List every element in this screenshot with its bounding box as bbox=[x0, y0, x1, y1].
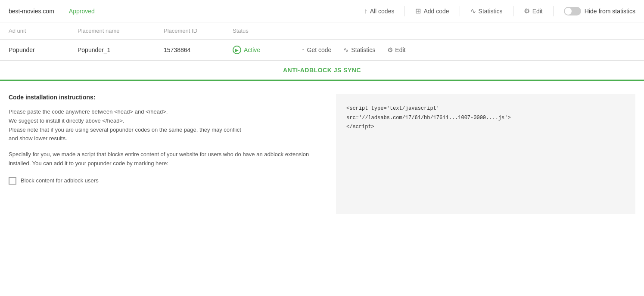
col-header-placement-name: Placement name bbox=[78, 28, 164, 34]
all-codes-button[interactable]: ↑ All codes bbox=[364, 7, 395, 15]
divider-2 bbox=[460, 6, 460, 16]
checkbox-row: Block content for adblock users bbox=[9, 177, 319, 185]
arrow-up-icon: ↑ bbox=[364, 7, 367, 15]
statistics-button[interactable]: ∿ Statistics bbox=[470, 7, 503, 15]
content-section: Code installation instructions: Please p… bbox=[0, 81, 644, 227]
edit-action[interactable]: ⚙ Edit bbox=[387, 46, 405, 54]
edit-gear-icon: ⚙ bbox=[387, 46, 393, 54]
site-name: best-movies.com bbox=[9, 8, 54, 15]
row-placement-id: 15738864 bbox=[164, 46, 233, 53]
anti-adblock-title: ANTI-ADBLOCK JS SYNC bbox=[283, 67, 361, 74]
get-code-action[interactable]: ↑ Get code bbox=[302, 46, 331, 54]
col-header-status: Status bbox=[233, 28, 302, 34]
block-adblock-checkbox[interactable] bbox=[9, 177, 16, 185]
divider-4 bbox=[553, 6, 554, 16]
table-header: Ad unit Placement name Placement ID Stat… bbox=[0, 22, 644, 40]
hide-from-statistics-label: Hide from statistics bbox=[585, 8, 635, 15]
gear-icon: ⚙ bbox=[524, 7, 530, 15]
statistics-icon: ∿ bbox=[343, 46, 349, 54]
approval-status: Approved bbox=[69, 8, 95, 15]
row-actions: ↑ Get code ∿ Statistics ⚙ Edit bbox=[302, 46, 635, 54]
instructions-panel: Code installation instructions: Please p… bbox=[9, 94, 319, 214]
top-bar: best-movies.com Approved ↑ All codes ⊞ A… bbox=[0, 0, 644, 22]
instructions-special: Specially for you, we made a script that… bbox=[9, 150, 319, 168]
col-header-ad-unit: Ad unit bbox=[9, 28, 78, 34]
divider-1 bbox=[404, 6, 405, 16]
table-row: Popunder Popunder_1 15738864 ▶ Active ↑ … bbox=[0, 40, 644, 61]
hide-from-statistics-toggle-container: Hide from statistics bbox=[564, 7, 635, 15]
toggle-slider[interactable] bbox=[564, 7, 581, 15]
edit-button[interactable]: ⚙ Edit bbox=[524, 7, 543, 15]
row-placement-name: Popunder_1 bbox=[78, 46, 164, 53]
code-panel: <script type='text/javascript' src='//la… bbox=[336, 94, 635, 214]
anti-adblock-bar: ANTI-ADBLOCK JS SYNC bbox=[0, 61, 644, 81]
statistics-action[interactable]: ∿ Statistics bbox=[343, 46, 375, 54]
get-code-icon: ↑ bbox=[302, 46, 305, 54]
chart-icon: ∿ bbox=[470, 7, 476, 15]
add-code-button[interactable]: ⊞ Add code bbox=[415, 7, 449, 15]
row-status: ▶ Active bbox=[233, 46, 302, 54]
code-block: <script type='text/javascript' src='//la… bbox=[346, 104, 625, 132]
block-adblock-label: Block content for adblock users bbox=[21, 177, 99, 184]
instructions-title: Code installation instructions: bbox=[9, 94, 319, 101]
plus-box-icon: ⊞ bbox=[415, 7, 421, 15]
hide-from-statistics-toggle[interactable] bbox=[564, 7, 581, 15]
row-ad-unit: Popunder bbox=[9, 46, 78, 53]
status-active-icon: ▶ bbox=[233, 46, 241, 54]
divider-3 bbox=[513, 6, 513, 16]
instructions-text: Please paste the code anywhere between <… bbox=[9, 108, 319, 143]
col-header-placement-id: Placement ID bbox=[164, 28, 233, 34]
status-active-label: Active bbox=[244, 46, 260, 53]
